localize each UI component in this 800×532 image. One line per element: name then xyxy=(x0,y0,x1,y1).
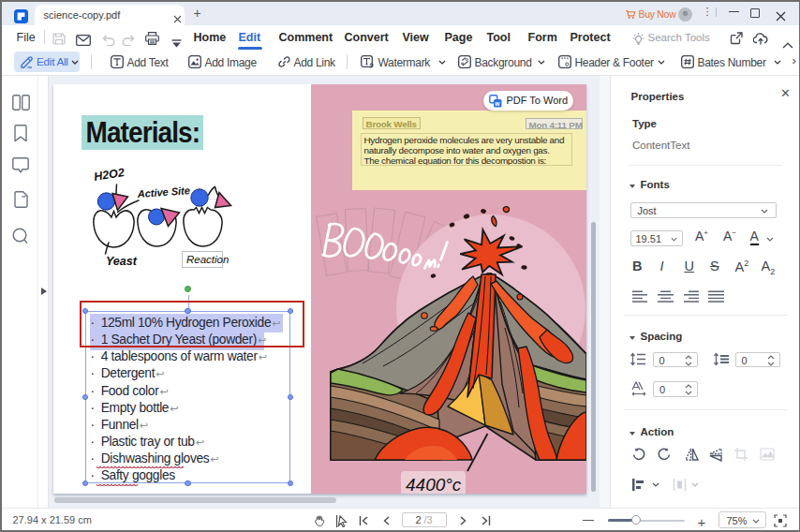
svg-text:Yeast: Yeast xyxy=(106,255,138,268)
svg-text:H2O2: H2O2 xyxy=(93,166,125,184)
svg-text:w: w xyxy=(494,100,500,107)
svg-text:Reaction: Reaction xyxy=(186,254,229,265)
svg-text:Active Site: Active Site xyxy=(136,185,190,200)
svg-text:4400°c: 4400°c xyxy=(406,475,462,494)
